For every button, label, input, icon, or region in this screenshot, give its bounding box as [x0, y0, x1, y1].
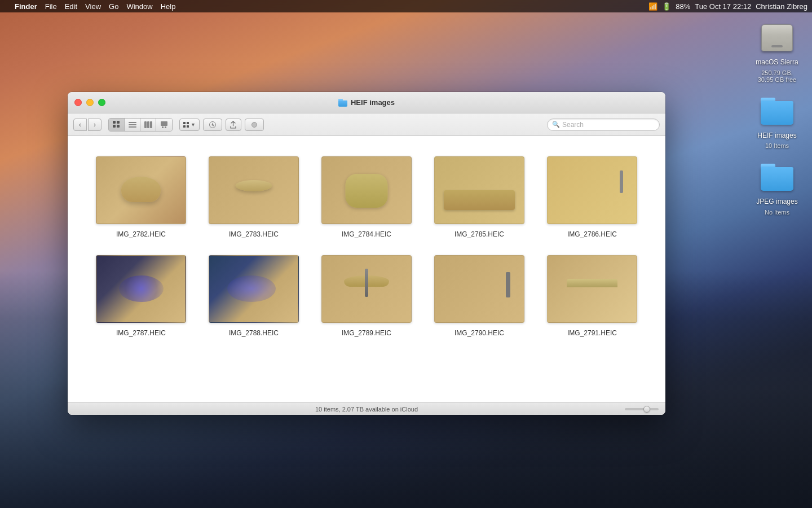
file-thumbnail — [321, 156, 412, 224]
menu-edit[interactable]: Edit — [65, 2, 77, 11]
svg-rect-10 — [161, 121, 167, 126]
svg-rect-6 — [129, 126, 136, 128]
tag-dot — [251, 122, 257, 128]
size-slider[interactable] — [625, 408, 659, 410]
datetime: Tue Oct 17 22:12 — [695, 2, 751, 11]
user-name[interactable]: Christian Zibreg — [756, 2, 807, 11]
file-grid: IMG_2782.HEIC IMG_2783.HEIC IMG_2784.HEI… — [85, 147, 648, 345]
tag-button[interactable] — [245, 119, 264, 131]
close-button[interactable] — [74, 99, 82, 106]
menu-go[interactable]: Go — [109, 2, 118, 11]
file-name: IMG_2785.HEIC — [454, 230, 504, 239]
search-icon: 🔍 — [552, 121, 560, 128]
menu-view[interactable]: View — [85, 2, 101, 11]
svg-rect-0 — [113, 121, 116, 124]
back-button[interactable]: ‹ — [73, 119, 87, 131]
folder-graphic-jpeg — [761, 164, 793, 191]
file-name: IMG_2791.HEIC — [567, 329, 617, 338]
svg-rect-2 — [113, 125, 116, 128]
file-thumbnail — [434, 255, 524, 323]
file-thumbnail — [209, 156, 299, 224]
list-item[interactable]: IMG_2787.HEIC — [85, 246, 197, 345]
search-bar[interactable]: 🔍 Search — [547, 119, 660, 131]
file-name: IMG_2786.HEIC — [567, 230, 617, 239]
desktop-icon-heif-images[interactable]: HEIF images 10 Items — [754, 93, 800, 150]
svg-point-18 — [211, 124, 213, 125]
hdd-icon-image — [759, 20, 795, 56]
battery-icon[interactable]: 🔋 — [662, 2, 671, 11]
menu-window[interactable]: Window — [126, 2, 152, 11]
list-item[interactable]: IMG_2784.HEIC — [310, 147, 423, 246]
share-button[interactable] — [226, 119, 241, 131]
icon-sublabel-macos: 250.79 GB, 30.95 GB free — [754, 69, 800, 83]
menu-help[interactable]: Help — [161, 2, 176, 11]
status-bar: 10 items, 2.07 TB available on iCloud — [68, 402, 665, 415]
view-cover-button[interactable] — [156, 119, 172, 131]
titlebar: HEIF images — [68, 92, 665, 113]
file-thumbnail — [547, 255, 637, 323]
list-item[interactable]: IMG_2785.HEIC — [423, 147, 536, 246]
folder-icon-image-heif — [759, 93, 795, 129]
menu-finder[interactable]: Finder — [15, 2, 37, 11]
folder-body-jpeg — [761, 167, 793, 191]
list-item[interactable]: IMG_2783.HEIC — [197, 147, 310, 246]
file-name: IMG_2788.HEIC — [229, 329, 279, 338]
file-thumbnail — [96, 255, 186, 323]
finder-toolbar: ‹ › — [68, 113, 665, 136]
svg-rect-4 — [129, 122, 136, 123]
view-list-button[interactable] — [125, 119, 140, 131]
svg-rect-15 — [183, 125, 186, 128]
content-area[interactable]: IMG_2782.HEIC IMG_2783.HEIC IMG_2784.HEI… — [68, 136, 665, 402]
list-item[interactable]: IMG_2790.HEIC — [423, 246, 536, 345]
nav-buttons: ‹ › — [73, 119, 102, 131]
forward-button[interactable]: › — [88, 119, 102, 131]
arrange-button[interactable]: ▼ — [179, 119, 200, 131]
minimize-button[interactable] — [86, 99, 94, 106]
search-placeholder: Search — [562, 121, 655, 129]
svg-rect-16 — [187, 125, 189, 128]
svg-rect-9 — [150, 121, 152, 128]
svg-rect-3 — [117, 125, 120, 128]
view-icon-button[interactable] — [109, 119, 125, 131]
icon-label-heif: HEIF images — [757, 132, 796, 141]
folder-body — [761, 101, 793, 125]
desktop-icon-macos-sierra[interactable]: macOS Sierra 250.79 GB, 30.95 GB free — [754, 20, 800, 83]
wifi-icon[interactable]: 📶 — [648, 2, 657, 11]
svg-rect-14 — [187, 122, 189, 124]
hdd-graphic — [761, 24, 793, 51]
file-name: IMG_2784.HEIC — [342, 230, 391, 239]
svg-rect-8 — [147, 121, 149, 128]
list-item[interactable]: IMG_2789.HEIC — [310, 246, 423, 345]
svg-rect-13 — [183, 122, 186, 124]
svg-rect-5 — [129, 124, 136, 125]
slider-track[interactable] — [625, 408, 659, 410]
file-thumbnail — [547, 156, 637, 224]
svg-rect-1 — [117, 121, 120, 124]
view-buttons — [108, 118, 173, 132]
action-button[interactable] — [203, 119, 222, 131]
list-item[interactable]: IMG_2786.HEIC — [536, 147, 648, 246]
finder-window: HEIF images ‹ › — [68, 92, 665, 415]
list-item[interactable]: IMG_2791.HEIC — [536, 246, 648, 345]
view-column-button[interactable] — [140, 119, 156, 131]
icon-label-macos: macOS Sierra — [756, 58, 798, 67]
icon-sublabel-heif: 10 Items — [765, 142, 789, 149]
slider-thumb[interactable] — [643, 406, 650, 413]
status-text: 10 items, 2.07 TB available on iCloud — [315, 406, 418, 413]
list-item[interactable]: IMG_2788.HEIC — [197, 246, 310, 345]
file-thumbnail — [434, 156, 524, 224]
svg-rect-7 — [144, 121, 147, 128]
file-name: IMG_2789.HEIC — [342, 329, 391, 338]
window-title: HEIF images — [351, 98, 395, 107]
window-title-area: HEIF images — [338, 98, 395, 107]
file-name: IMG_2787.HEIC — [116, 329, 166, 338]
maximize-button[interactable] — [98, 99, 105, 106]
desktop-icon-jpeg-images[interactable]: JPEG images No Items — [754, 159, 800, 216]
list-item[interactable]: IMG_2782.HEIC — [85, 147, 197, 246]
window-controls — [74, 99, 105, 106]
file-thumbnail — [321, 255, 412, 323]
battery-percent: 88% — [676, 2, 690, 11]
file-name: IMG_2782.HEIC — [116, 230, 166, 239]
menu-file[interactable]: File — [45, 2, 57, 11]
title-folder-body — [338, 100, 347, 107]
